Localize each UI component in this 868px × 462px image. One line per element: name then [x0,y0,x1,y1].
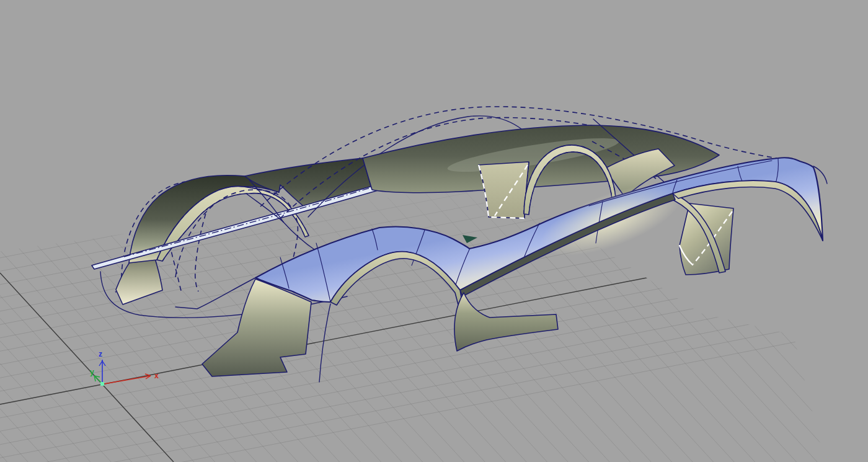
front-car-rear-quarter-panel[interactable] [680,203,733,275]
axis-label-x: x [154,371,159,380]
viewport-canvas[interactable]: x y z [0,0,868,462]
viewport[interactable]: x y z [0,0,868,462]
axis-label-y: y [90,368,94,376]
origin-marker [100,382,104,386]
axis-label-z: z [99,350,102,358]
